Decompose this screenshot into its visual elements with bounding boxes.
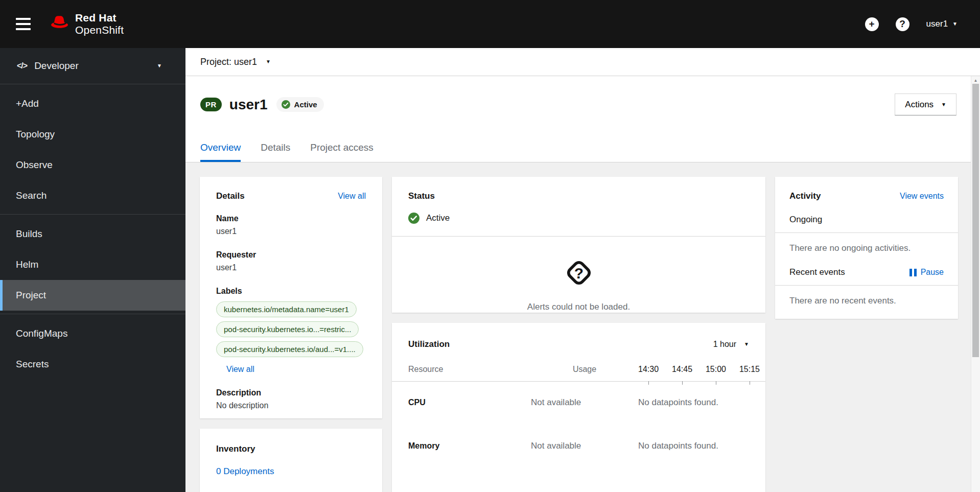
tabs: Overview Details Project access (185, 133, 980, 162)
logo-text: Red Hat OpenShift (75, 12, 124, 36)
nav-group-config: ConfigMaps Secrets (0, 314, 185, 383)
vertical-scrollbar[interactable]: ▲ (971, 76, 980, 492)
ongoing-section-title: Ongoing (775, 215, 958, 225)
pause-events-button[interactable]: Pause (909, 268, 944, 277)
view-events-link[interactable]: View events (900, 192, 944, 201)
sidebar-item-search[interactable]: Search (0, 180, 185, 211)
sidebar-item-builds[interactable]: Builds (0, 219, 185, 249)
time-axis: 14:30 14:45 15:00 15:15 (638, 365, 760, 374)
nav-toggle-icon[interactable] (16, 15, 31, 33)
alerts-message: Alerts could not be loaded. (392, 302, 765, 312)
quick-create-icon[interactable]: + (865, 17, 879, 31)
column-usage: Usage (573, 365, 596, 374)
sidebar-item-project[interactable]: Project (0, 280, 185, 311)
page-title: user1 (229, 97, 268, 113)
detail-name: Name user1 (216, 212, 366, 238)
tab-details[interactable]: Details (261, 133, 290, 162)
scrollbar-thumb[interactable] (972, 84, 979, 357)
redhat-fedora-icon (46, 15, 69, 33)
inventory-card: Inventory 0 Deployments (200, 429, 382, 492)
page-header: PR user1 Active Actions ▼ (185, 76, 980, 133)
unknown-alerts-icon: ? (562, 283, 596, 291)
pause-icon (909, 269, 917, 276)
project-status-row: Active (392, 213, 765, 224)
tab-overview[interactable]: Overview (200, 133, 241, 162)
code-icon: </> (17, 61, 27, 71)
project-resource-badge: PR (200, 98, 222, 111)
detail-description: Description No description (216, 386, 366, 412)
svg-text:?: ? (574, 265, 583, 282)
activity-card-title: Activity (789, 191, 821, 201)
user-menu[interactable]: user1 ▼ (926, 19, 958, 29)
nav-group-resources: Builds Helm Project (0, 215, 185, 314)
detail-labels: Labels kubernetes.io/metadata.name=user1… (216, 285, 366, 376)
label-pill[interactable]: pod-security.kubernetes.io/aud...=v1.... (216, 341, 363, 357)
openshift-console: Red Hat OpenShift + ? user1 ▼ </> Develo… (0, 0, 980, 492)
label-pill[interactable]: pod-security.kubernetes.io...=restric... (216, 321, 359, 337)
masthead: Red Hat OpenShift + ? user1 ▼ (0, 0, 980, 48)
utilization-card: Utilization 1 hour ▼ Resource Usage 14:3… (392, 323, 765, 492)
detail-requester: Requester user1 (216, 248, 366, 274)
alerts-empty-state: ? Alerts could not be loaded. (392, 237, 765, 312)
utilization-row-memory: Memory Not available No datapoints found… (392, 441, 765, 451)
sidebar: </> Developer ▼ +Add Topology Observe Se… (0, 48, 185, 492)
sidebar-item-configmaps[interactable]: ConfigMaps (0, 318, 185, 349)
tab-project-access[interactable]: Project access (310, 133, 374, 162)
details-card-title: Details (216, 191, 245, 201)
main-content: Project: user1 ▼ PR user1 Active Actions… (185, 48, 980, 492)
help-icon[interactable]: ? (896, 17, 909, 31)
no-recent-events-message: There are no recent events. (775, 296, 958, 306)
check-circle-icon (408, 213, 419, 224)
no-ongoing-message: There are no ongoing activities. (775, 243, 958, 253)
sidebar-item-add[interactable]: +Add (0, 88, 185, 119)
sidebar-item-secrets[interactable]: Secrets (0, 349, 185, 380)
perspective-switcher[interactable]: </> Developer ▼ (0, 48, 185, 84)
status-card-title: Status (408, 191, 435, 201)
actions-button[interactable]: Actions ▼ (895, 93, 956, 115)
details-card: Details View all Name user1 Requester us… (200, 177, 382, 418)
user-menu-label: user1 (926, 19, 948, 29)
project-context-bar: Project: user1 ▼ (185, 48, 980, 76)
redhat-openshift-logo: Red Hat OpenShift (46, 12, 124, 36)
sidebar-item-observe[interactable]: Observe (0, 150, 185, 180)
sidebar-item-topology[interactable]: Topology (0, 119, 185, 150)
recent-events-title: Recent events (789, 267, 845, 277)
status-card: Status Active (392, 177, 765, 313)
labels-view-all-link[interactable]: View all (226, 363, 254, 376)
perspective-label: Developer (34, 60, 79, 72)
check-circle-icon (282, 100, 290, 109)
sidebar-item-helm[interactable]: Helm (0, 249, 185, 280)
nav-group-main: +Add Topology Observe Search (0, 84, 185, 215)
activity-card: Activity View events Ongoing There are n… (775, 177, 958, 319)
inventory-card-title: Inventory (216, 444, 255, 454)
deployments-link[interactable]: 0 Deployments (216, 466, 366, 477)
chevron-down-icon: ▼ (157, 63, 162, 68)
status-badge: Active (276, 97, 324, 112)
duration-dropdown[interactable]: 1 hour ▼ (713, 340, 749, 349)
chevron-down-icon: ▼ (744, 342, 749, 347)
utilization-table-header: Resource Usage 14:30 14:45 15:00 15:15 (392, 365, 765, 382)
overview-dashboard: Details View all Name user1 Requester us… (185, 162, 980, 492)
label-pill[interactable]: kubernetes.io/metadata.name=user1 (216, 301, 357, 317)
chevron-down-icon: ▼ (941, 102, 946, 107)
details-view-all-link[interactable]: View all (338, 192, 366, 201)
chevron-down-icon: ▼ (952, 21, 958, 27)
utilization-row-cpu: CPU Not available No datapoints found. (392, 397, 765, 408)
utilization-card-title: Utilization (408, 339, 450, 349)
project-selector[interactable]: Project: user1 (200, 57, 257, 67)
column-resource: Resource (408, 365, 531, 374)
chevron-down-icon[interactable]: ▼ (266, 59, 271, 64)
